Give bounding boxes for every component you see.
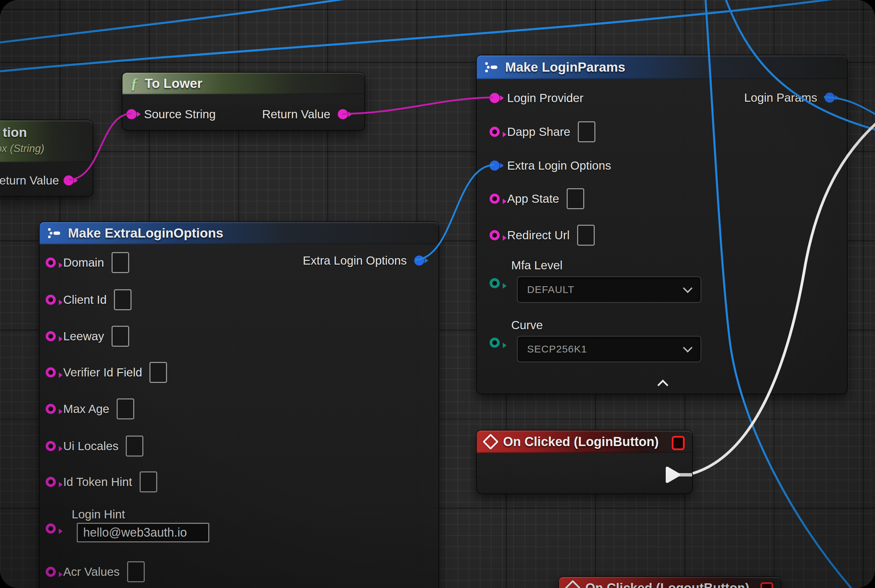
return-value-label: eturn Value (0, 174, 59, 187)
max-age-value-box[interactable] (117, 398, 134, 419)
node-title: On Clicked (LogoutButton) (585, 581, 749, 588)
ui-locales-value-box[interactable] (126, 436, 143, 456)
node-title: Make ExtraLoginOptions (68, 226, 223, 241)
make-struct-icon (48, 228, 61, 238)
login-hint-value: hello@web3auth.io (83, 525, 187, 540)
max-age-label: Max Age (63, 402, 109, 416)
leeway-label: Leeway (63, 330, 104, 343)
node-make-login-params[interactable]: Make LoginParams Login Provider Login Pa… (476, 55, 848, 394)
verifier-id-field-label: Verifier Id Field (63, 366, 142, 379)
id-token-hint-pin[interactable] (46, 477, 56, 487)
chevron-up-icon (657, 380, 668, 391)
id-token-hint-label: Id Token Hint (63, 475, 132, 489)
id-token-hint-value-box[interactable] (140, 471, 157, 492)
app-state-label: App State (507, 192, 559, 206)
domain-pin[interactable] (46, 258, 56, 268)
extra-login-options-out-pin[interactable] (414, 255, 424, 266)
node-title: To Lower (145, 76, 202, 91)
source-string-label: Source String (144, 108, 216, 121)
mfa-level-select[interactable]: DEFAULT (517, 276, 701, 303)
redirect-url-pin[interactable] (490, 230, 500, 240)
node-on-clicked-logoutbutton[interactable]: On Clicked (LogoutButton) (558, 576, 781, 588)
node-subtitle-fragment: ox (String) (0, 142, 44, 155)
return-value-pin[interactable] (63, 176, 74, 186)
acr-values-value-box[interactable] (127, 561, 145, 582)
login-hint-input[interactable]: hello@web3auth.io (77, 523, 209, 542)
redirect-url-value-box[interactable] (577, 225, 595, 246)
app-state-pin[interactable] (490, 194, 500, 204)
curve-select[interactable]: SECP256K1 (517, 336, 701, 362)
curve-label: Curve (511, 318, 543, 332)
extra-login-options-label: Extra Login Options (507, 159, 611, 172)
login-hint-label: Login Hint (72, 508, 125, 521)
leeway-value-box[interactable] (111, 326, 129, 347)
chevron-down-icon (683, 284, 692, 293)
login-provider-label: Login Provider (507, 91, 583, 105)
node-to-lower[interactable]: ƒ To Lower Source String Return Value (122, 72, 365, 131)
mfa-level-value: DEFAULT (527, 284, 574, 296)
dapp-share-label: Dapp Share (507, 125, 570, 138)
event-icon (483, 434, 499, 450)
client-id-pin[interactable] (46, 295, 56, 305)
login-hint-pin[interactable] (46, 524, 56, 534)
make-struct-icon (485, 62, 498, 73)
login-provider-pin[interactable] (490, 93, 500, 103)
redirect-url-label: Redirect Url (507, 228, 570, 242)
source-string-pin[interactable] (126, 109, 137, 119)
login-params-out-label: Login Params (744, 91, 817, 104)
dapp-share-pin[interactable] (490, 127, 500, 137)
domain-value-box[interactable] (111, 252, 129, 273)
node-make-extra-login-options[interactable]: Make ExtraLoginOptions Domain Client Id … (39, 221, 439, 588)
return-value-label: Return Value (262, 108, 330, 121)
node-title-fragment: tion (3, 125, 27, 140)
dapp-share-value-box[interactable] (578, 122, 595, 142)
acr-values-label: Acr Values (63, 565, 120, 579)
leeway-pin[interactable] (46, 331, 56, 341)
mfa-level-label: Mfa Level (511, 258, 562, 272)
exec-out-pin[interactable] (666, 466, 680, 483)
delegate-pin[interactable] (761, 582, 773, 588)
client-id-label: Client Id (63, 293, 107, 306)
verifier-id-field-value-box[interactable] (149, 362, 167, 383)
node-title: Make LoginParams (505, 60, 625, 75)
domain-label: Domain (63, 256, 104, 269)
pure-function-icon: ƒ (131, 76, 138, 91)
node-get-text-partial[interactable]: tion ox (String) eturn Value (0, 120, 93, 196)
verifier-id-field-pin[interactable] (46, 368, 56, 378)
login-params-out-pin[interactable] (825, 93, 835, 103)
client-id-value-box[interactable] (114, 289, 132, 310)
event-icon (565, 580, 581, 588)
node-on-clicked-loginbutton[interactable]: On Clicked (LoginButton) (476, 430, 693, 494)
extra-login-options-pin[interactable] (490, 160, 500, 171)
app-state-value-box[interactable] (567, 188, 584, 209)
acr-values-pin[interactable] (46, 567, 56, 577)
ui-locales-pin[interactable] (46, 441, 56, 451)
mfa-level-pin[interactable] (490, 278, 500, 288)
curve-pin[interactable] (490, 338, 500, 348)
extra-login-options-out-label: Extra Login Options (303, 254, 407, 267)
delegate-pin[interactable] (672, 436, 685, 450)
collapse-node-button[interactable] (656, 378, 669, 388)
curve-value: SECP256K1 (527, 344, 587, 355)
ui-locales-label: Ui Locales (63, 439, 118, 453)
node-title: On Clicked (LoginButton) (503, 435, 659, 449)
graph-canvas[interactable]: tion ox (String) eturn Value ƒ To Lower … (0, 0, 875, 588)
screenshot: tion ox (String) eturn Value ƒ To Lower … (0, 0, 875, 588)
chevron-down-icon (683, 343, 692, 352)
return-value-pin[interactable] (338, 109, 348, 119)
max-age-pin[interactable] (46, 404, 56, 414)
wire-blue-background-1[interactable] (0, 0, 372, 43)
